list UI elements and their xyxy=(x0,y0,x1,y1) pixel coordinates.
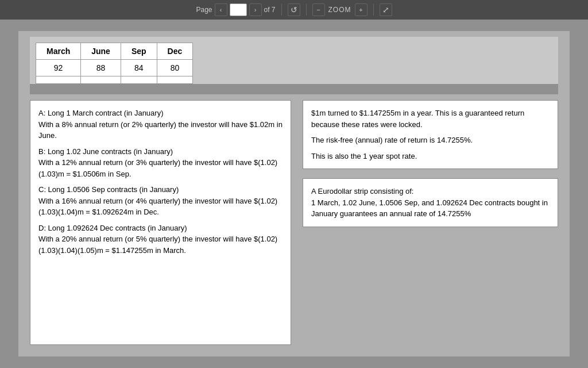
val-sep: 84 xyxy=(121,60,157,76)
content-row: A: Long 1 March contract (in January)Wit… xyxy=(30,100,558,345)
page-control: Page ‹ 7 › of 7 xyxy=(196,3,275,16)
table-section: March June Sep Dec 92 88 84 80 xyxy=(30,37,558,84)
zoom-in-button[interactable]: + xyxy=(355,3,368,16)
section-c: C: Long 1.0506 Sep contracts (in January… xyxy=(38,184,283,218)
val-june: 88 xyxy=(81,60,121,76)
right-top-line2: The risk-free (annual) rate of return is… xyxy=(311,135,550,146)
next-page-button[interactable]: › xyxy=(249,3,262,16)
right-bottom-box: A Eurodollar strip consisting of:1 March… xyxy=(303,178,558,227)
divider-1 xyxy=(281,4,282,16)
data-table: March June Sep Dec 92 88 84 80 xyxy=(36,43,193,84)
val-dec: 80 xyxy=(157,60,193,76)
right-bottom-text: A Eurodollar strip consisting of:1 March… xyxy=(311,186,550,220)
total-pages: of 7 xyxy=(264,6,276,14)
page-number-input[interactable]: 7 xyxy=(230,3,247,16)
val-march: 92 xyxy=(36,60,81,76)
prev-page-button[interactable]: ‹ xyxy=(215,3,227,16)
right-top-line3: This is also the 1 year spot rate. xyxy=(311,151,550,162)
left-column: A: Long 1 March contract (in January)Wit… xyxy=(30,100,291,345)
col-sep: Sep xyxy=(121,43,157,60)
col-june: June xyxy=(81,43,121,60)
table-header-row: March June Sep Dec xyxy=(36,43,193,60)
page-label: Page xyxy=(196,6,212,14)
divider-2 xyxy=(306,4,307,16)
right-top-box: $1m turned to $1.147255m in a year. This… xyxy=(303,100,558,169)
left-content-box: A: Long 1 March contract (in January)Wit… xyxy=(30,100,291,345)
zoom-out-button[interactable]: − xyxy=(312,3,325,16)
section-a: A: Long 1 March contract (in January)Wit… xyxy=(38,108,283,141)
table-data-row: 92 88 84 80 xyxy=(36,60,193,76)
toolbar: Page ‹ 7 › of 7 ↺ − ZOOM + ⤢ xyxy=(0,0,588,20)
col-dec: Dec xyxy=(157,43,193,60)
zoom-label: ZOOM xyxy=(328,6,351,14)
divider-3 xyxy=(373,4,374,16)
main-content: March June Sep Dec 92 88 84 80 xyxy=(0,20,588,368)
right-column: $1m turned to $1.147255m in a year. This… xyxy=(303,100,558,345)
table-empty-row xyxy=(36,76,193,84)
reset-button[interactable]: ↺ xyxy=(288,3,300,16)
col-march: March xyxy=(36,43,81,60)
separator xyxy=(30,84,558,94)
document: March June Sep Dec 92 88 84 80 xyxy=(18,31,570,356)
section-d: D: Long 1.092624 Dec contracts (in Janua… xyxy=(38,223,283,256)
right-top-line1: $1m turned to $1.147255m in a year. This… xyxy=(311,108,550,130)
fullscreen-button[interactable]: ⤢ xyxy=(380,3,392,16)
section-b: B: Long 1.02 June contracts (in January)… xyxy=(38,146,283,180)
